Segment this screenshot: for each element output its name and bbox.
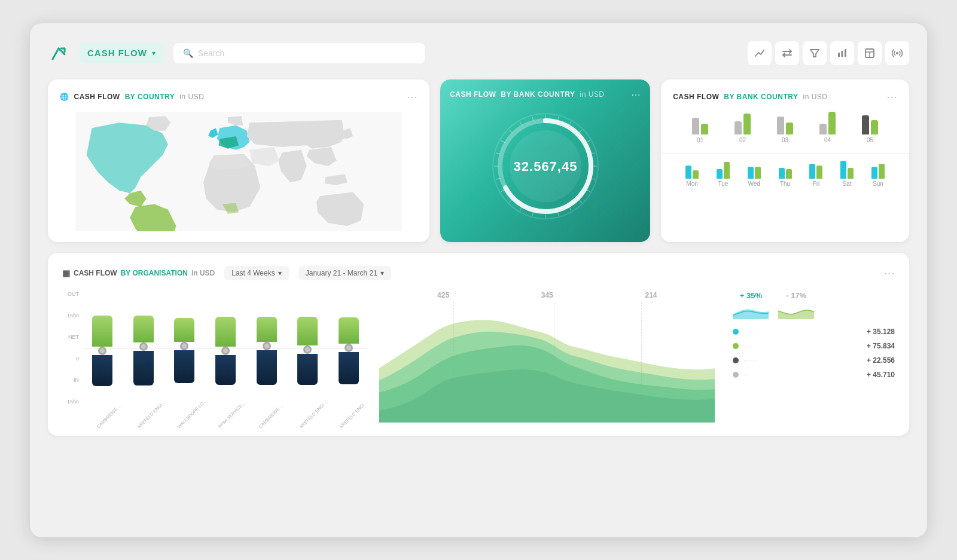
day-bar-teal-mon [685, 166, 691, 179]
bar-dark-05 [862, 115, 869, 134]
org-dot-7 [345, 344, 353, 352]
y-label-net: NET [62, 334, 79, 340]
grid-icon: ▦ [62, 268, 70, 278]
gauge-visual: 32.567,45 [450, 100, 641, 232]
svg-point-11 [896, 52, 898, 54]
month-label-03: 03 [782, 137, 788, 143]
bar-dark-01 [692, 118, 699, 134]
mini-sparkline-teal [733, 302, 769, 319]
day-bar-teal-sun [871, 167, 877, 179]
top-row: 🌐 CASH FLOW BY COUNTRY in USD ⋯ [48, 79, 909, 242]
bar-group-04: 04 [819, 112, 836, 143]
day-group-mon: Mon [685, 166, 699, 187]
legend-value-1: + 35.128 [867, 328, 895, 336]
filter-date-pill[interactable]: January 21 - March 21 ▾ [298, 266, 391, 280]
org-bar-top-4 [215, 317, 236, 347]
bar-green-03 [786, 123, 793, 134]
bar-chart-button[interactable] [830, 41, 854, 65]
app-container: CASH FLOW ▾ 🔍 Search [30, 23, 927, 537]
day-label-tue: Tue [718, 180, 728, 187]
svg-rect-5 [838, 53, 840, 57]
day-label-mon: Mon [686, 180, 697, 187]
transfer-button[interactable] [775, 41, 799, 65]
search-bar[interactable]: 🔍 Search [173, 43, 425, 63]
day-bar-green-tue [724, 162, 730, 179]
layout-button[interactable] [858, 41, 882, 65]
bar-chart-card-title: CASH FLOW BY BANK COUNTRY in USD [673, 93, 827, 101]
header: CASH FLOW ▾ 🔍 Search [48, 41, 909, 65]
filter-date-label: January 21 - March 21 [306, 269, 377, 277]
day-group-tue: Tue [717, 162, 730, 187]
org-bar-bot-5 [257, 350, 277, 385]
legend-item-2: ··· + 75.834 [733, 342, 895, 350]
svg-marker-4 [810, 50, 819, 57]
bottom-card: ▦ CASH FLOW BY ORGANISATION in USD Last … [48, 253, 909, 436]
legend-item-1: ····· + 35.128 [733, 328, 895, 336]
signal-button[interactable] [885, 41, 909, 65]
map-card: 🌐 CASH FLOW BY COUNTRY in USD ⋯ [48, 79, 429, 242]
org-bar-4 [215, 297, 236, 405]
org-bars-container [84, 297, 367, 405]
month-label-01: 01 [697, 137, 703, 143]
app-logo-icon [48, 42, 69, 64]
brand-pill[interactable]: CASH FLOW ▾ [79, 43, 164, 63]
bottom-card-more-icon[interactable]: ⋯ [884, 267, 895, 280]
area-chart: 425 345 214 [379, 291, 715, 423]
gauge-svg: 32.567,45 [486, 106, 605, 226]
gauge-card-more-icon[interactable]: ⋯ [631, 89, 641, 100]
svg-line-0 [53, 48, 59, 59]
org-bar-bot-7 [339, 352, 359, 384]
map-card-more-icon[interactable]: ⋯ [407, 90, 417, 103]
legend-dot-4 [733, 372, 739, 378]
org-x-label-4: PPIM SERVICE... [217, 408, 238, 429]
day-group-wed: Wed [748, 167, 761, 187]
legend-item-3: ····· + 22.556 [733, 356, 895, 365]
org-chart: OUT 15bn NET 0 IN -15bn [62, 291, 367, 423]
org-dot-4 [221, 347, 230, 355]
day-label-wed: Wed [748, 180, 760, 187]
day-group-thu: Thu [779, 168, 792, 187]
bottom-card-header: ▦ CASH FLOW BY ORGANISATION in USD Last … [62, 266, 895, 280]
bar-pair-03 [777, 117, 793, 134]
day-pair-tue [717, 162, 730, 179]
map-card-title: 🌐 CASH FLOW BY COUNTRY in USD [60, 93, 204, 101]
org-dot-2 [139, 342, 148, 351]
day-bar-teal-tue [717, 169, 723, 179]
month-label-02: 02 [739, 137, 746, 143]
legend-dot-3 [733, 357, 739, 363]
line-chart-button[interactable] [748, 41, 772, 65]
bar-green-05 [871, 120, 878, 134]
legend-value-3: + 22.556 [867, 356, 895, 365]
org-bar-bot-3 [174, 350, 194, 383]
filter-weeks-pill[interactable]: Last 4 Weeks ▾ [224, 266, 288, 280]
filter-button[interactable] [803, 41, 827, 65]
legend-dashes-3: ····· [743, 357, 758, 364]
org-x-label-2: KREFELD ENGI ... [136, 408, 157, 429]
day-group-sun: Sun [871, 164, 885, 187]
org-bar-5 [257, 297, 277, 405]
search-placeholder: Search [198, 48, 224, 58]
day-pair-thu [779, 168, 792, 179]
org-bar-1 [92, 297, 112, 405]
filter-weeks-label: Last 4 Weeks [231, 269, 275, 277]
search-icon: 🔍 [183, 48, 193, 58]
legend-dashes-2: ··· [743, 342, 752, 350]
divider [661, 153, 909, 154]
org-x-label-1: CAMBRIDGE ... [96, 408, 117, 429]
day-label-sat: Sat [843, 180, 852, 187]
bar-chart-card-more-icon[interactable]: ⋯ [886, 90, 897, 103]
month-label-04: 04 [824, 137, 831, 143]
org-bar-7 [339, 297, 359, 405]
y-label-out: OUT [62, 291, 79, 297]
legend-neg-pct: - 17% [786, 291, 806, 300]
y-axis: OUT 15bn NET 0 IN -15bn [62, 291, 81, 405]
area-val-3: 214 [645, 291, 657, 299]
brand-label: CASH FLOW [87, 48, 147, 58]
bar-group-05: 05 [862, 115, 878, 143]
gauge-card-header: CASH FLOW BY BANK COUNTRY in USD ⋯ [450, 89, 641, 100]
bar-pair-04 [819, 112, 836, 134]
area-val-2: 345 [541, 291, 553, 299]
svg-point-41 [543, 118, 548, 123]
svg-rect-6 [842, 51, 843, 57]
day-label-thu: Thu [780, 180, 790, 187]
